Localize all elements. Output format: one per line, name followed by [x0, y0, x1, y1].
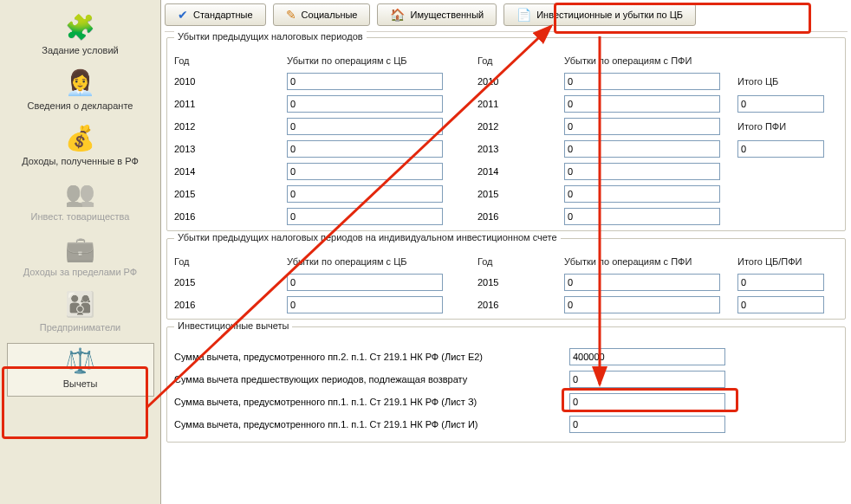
- edit-icon: ✎: [286, 8, 296, 22]
- deduction-input-i[interactable]: [569, 416, 725, 433]
- document-icon: 📄: [516, 8, 531, 22]
- deduction-input-prev[interactable]: [569, 371, 725, 388]
- group-title: Инвестиционные вычеты: [174, 320, 292, 331]
- tab-invest[interactable]: 📄 Инвестиционные и убытки по ЦБ: [503, 3, 696, 26]
- sidebar-item-declarant[interactable]: 👩‍💼 Сведения о декларанте: [7, 66, 154, 118]
- col-cb: Убытки по операциям с ЦБ: [287, 54, 477, 68]
- pfi-input[interactable]: [564, 163, 720, 180]
- group-title: Убытки предыдущих налоговых периодов: [174, 31, 367, 42]
- col-year2: Год: [477, 255, 564, 268]
- pfi-input[interactable]: [564, 95, 720, 113]
- cb-input[interactable]: [287, 140, 443, 158]
- coins-icon: 💰: [65, 126, 95, 151]
- house-icon: 🏠: [390, 8, 405, 22]
- sidebar-item-label: Доходы за пределами РФ: [10, 267, 151, 277]
- year-label: 2016: [477, 211, 564, 222]
- check-icon: ✔: [178, 8, 188, 22]
- year-label: 2013: [174, 144, 287, 154]
- cb-input[interactable]: [287, 95, 443, 113]
- year-label: 2014: [477, 166, 564, 177]
- total-cb-label: Итого ЦБ: [737, 74, 833, 88]
- sidebar-item-label: Инвест. товарищества: [10, 211, 151, 222]
- deduction-line-label: Сумма вычета предшествующих периодов, по…: [174, 374, 564, 384]
- cb-input[interactable]: [287, 163, 443, 180]
- year-label: 2014: [174, 166, 287, 177]
- tab-standard[interactable]: ✔ Стандартные: [165, 3, 266, 26]
- cb-input[interactable]: [287, 73, 443, 90]
- group-title: Убытки предыдущих налоговых периодов на …: [174, 232, 561, 242]
- sidebar-item-invest-partnership[interactable]: 👥 Инвест. товарищества: [7, 177, 154, 229]
- main-panel: ✔ Стандартные ✎ Социальные 🏠 Имущественн…: [161, 0, 851, 504]
- total-pfi-label: Итого ПФИ: [737, 120, 833, 133]
- cb-input[interactable]: [287, 185, 443, 203]
- pfi-input[interactable]: [564, 208, 720, 225]
- tab-label: Имущественный: [410, 10, 484, 20]
- sidebar-item-entrepreneurs[interactable]: 👨‍👩‍👦 Предприниматели: [7, 288, 154, 339]
- deduction-input-z[interactable]: [569, 393, 725, 410]
- conditions-icon: 🧩: [65, 16, 95, 40]
- sidebar-item-income-abroad[interactable]: 💼 Доходы за пределами РФ: [7, 232, 154, 284]
- total-pfi-input[interactable]: [737, 140, 824, 158]
- cb-input[interactable]: [287, 118, 443, 135]
- cb-input[interactable]: [287, 296, 443, 313]
- year-label: 2015: [477, 189, 564, 199]
- deduction-line-label: Сумма вычета, предусмотренного пп.1. п.1…: [174, 397, 564, 407]
- year-label: 2015: [477, 277, 564, 288]
- deductions-icon: ⚖️: [65, 349, 95, 373]
- col-pfi: Убытки по операциям с ПФИ: [564, 255, 737, 268]
- partnership-icon: 👥: [65, 182, 95, 206]
- year-label: 2011: [477, 99, 564, 109]
- col-year: Год: [174, 54, 287, 68]
- group-icon: 👨‍👩‍👦: [65, 293, 95, 317]
- col-cb: Убытки по операциям с ЦБ: [287, 255, 477, 268]
- year-label: 2013: [477, 144, 564, 154]
- group-prev-losses: Убытки предыдущих налоговых периодов Год…: [166, 37, 846, 231]
- tab-property[interactable]: 🏠 Имущественный: [377, 3, 497, 26]
- group-invest-deductions: Инвестиционные вычеты Сумма вычета, пред…: [166, 326, 846, 443]
- total-input[interactable]: [737, 274, 824, 291]
- year-label: 2012: [174, 121, 287, 132]
- sidebar-item-label: Вычеты: [11, 378, 150, 389]
- tab-label: Стандартные: [193, 10, 253, 20]
- deduction-input-e2[interactable]: [569, 348, 725, 365]
- col-total: Итого ЦБ/ПФИ: [737, 255, 833, 268]
- sidebar-item-income-rf[interactable]: 💰 Доходы, полученные в РФ: [7, 121, 154, 173]
- sidebar: 🧩 Задание условий 👩‍💼 Сведения о деклара…: [0, 0, 161, 504]
- tab-bar: ✔ Стандартные ✎ Социальные 🏠 Имущественн…: [165, 2, 848, 32]
- group-iis-losses: Убытки предыдущих налоговых периодов на …: [166, 238, 846, 320]
- bag-icon: 💼: [65, 237, 95, 262]
- year-label: 2011: [174, 99, 287, 109]
- tab-label: Социальные: [302, 10, 358, 20]
- total-input[interactable]: [737, 296, 824, 313]
- pfi-input[interactable]: [564, 274, 720, 291]
- sidebar-item-deductions[interactable]: ⚖️ Вычеты: [7, 343, 154, 397]
- year-label: 2010: [174, 76, 287, 87]
- tab-social[interactable]: ✎ Социальные: [273, 3, 371, 26]
- total-cb-input[interactable]: [737, 95, 824, 113]
- pfi-input[interactable]: [564, 296, 720, 313]
- pfi-input[interactable]: [564, 73, 720, 90]
- sidebar-item-label: Доходы, полученные в РФ: [10, 156, 151, 166]
- sidebar-item-label: Предприниматели: [10, 322, 151, 333]
- col-year2: Год: [477, 54, 564, 68]
- year-label: 2016: [174, 300, 287, 310]
- col-year: Год: [174, 255, 287, 268]
- pfi-input[interactable]: [564, 140, 720, 158]
- deduction-line-label: Сумма вычета, предусмотренного пп.2. п.1…: [174, 352, 564, 362]
- year-label: 2016: [477, 300, 564, 310]
- cb-input[interactable]: [287, 208, 443, 225]
- sidebar-item-conditions[interactable]: 🧩 Задание условий: [7, 10, 154, 62]
- col-pfi: Убытки по операциям с ПФИ: [564, 54, 737, 68]
- pfi-input[interactable]: [564, 185, 720, 203]
- cb-input[interactable]: [287, 274, 443, 291]
- person-icon: 👩‍💼: [65, 71, 95, 95]
- sidebar-item-label: Задание условий: [10, 45, 151, 55]
- pfi-input[interactable]: [564, 118, 720, 135]
- year-label: 2010: [477, 76, 564, 87]
- sidebar-item-label: Сведения о декларанте: [10, 100, 151, 111]
- deduction-line-label: Сумма вычета, предусмотренного пп.1. п.1…: [174, 419, 564, 430]
- year-label: 2012: [477, 121, 564, 132]
- year-label: 2015: [174, 189, 287, 199]
- year-label: 2015: [174, 277, 287, 288]
- year-label: 2016: [174, 211, 287, 222]
